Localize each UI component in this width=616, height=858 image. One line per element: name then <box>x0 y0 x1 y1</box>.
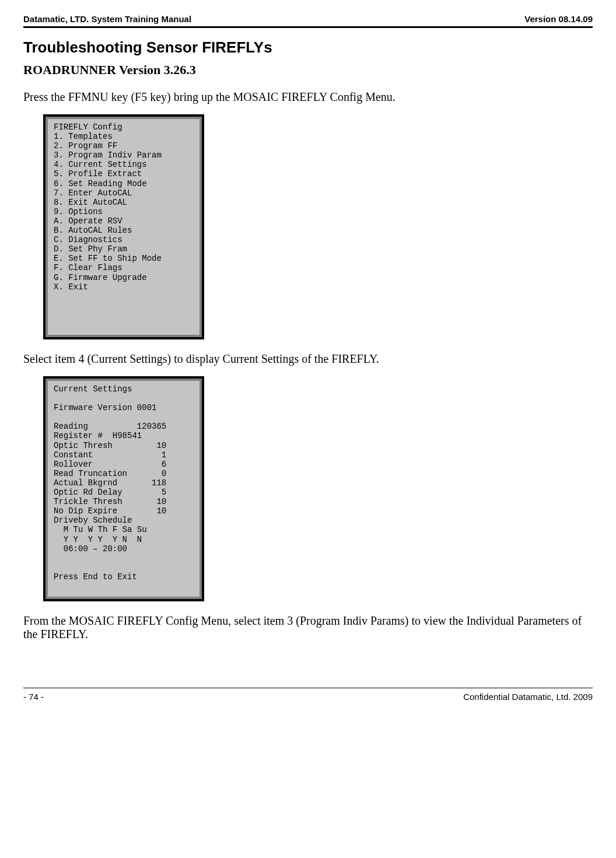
page-footer: - 74 - Confidential Datamatic, Ltd. 2009 <box>23 692 593 702</box>
footer-divider <box>23 688 593 688</box>
body-text-1: Press the FFMNU key (F5 key) bring up th… <box>23 90 593 104</box>
main-title: Troubleshooting Sensor FIREFLYs <box>23 38 593 57</box>
header-right: Version 08.14.09 <box>524 14 593 24</box>
sub-title: ROADRUNNER Version 3.26.3 <box>23 62 593 78</box>
screen-content-current-settings: Current Settings Firmware Version 0001 R… <box>48 381 200 597</box>
screen-box-config-menu: FIREFLY Config 1. Templates 2. Program F… <box>43 114 204 339</box>
header-left: Datamatic, LTD. System Training Manual <box>23 14 191 24</box>
screen-content-config-menu: FIREFLY Config 1. Templates 2. Program F… <box>48 119 200 335</box>
screen-box-current-settings: Current Settings Firmware Version 0001 R… <box>43 376 204 601</box>
body-text-2: Select item 4 (Current Settings) to disp… <box>23 352 593 366</box>
footer-page-number: - 74 - <box>23 692 44 702</box>
footer-confidential: Confidential Datamatic, Ltd. 2009 <box>463 692 593 702</box>
page-header: Datamatic, LTD. System Training Manual V… <box>23 14 593 24</box>
body-text-3: From the MOSAIC FIREFLY Config Menu, sel… <box>23 614 593 641</box>
header-divider <box>23 26 593 28</box>
